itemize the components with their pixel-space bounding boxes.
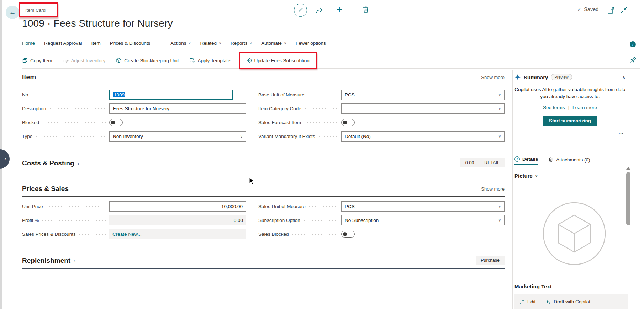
item-category-select[interactable]: ∨ xyxy=(341,103,505,114)
adjust-inventory-icon xyxy=(63,58,69,63)
create-stockkeeping-unit-button[interactable]: Create Stockkeeping Unit xyxy=(116,58,179,63)
new-button[interactable]: + xyxy=(337,4,342,15)
nav-rule xyxy=(22,51,640,51)
summary-more-options-button[interactable]: … xyxy=(514,129,625,135)
menu-automate[interactable]: Automate∨ xyxy=(261,41,286,48)
chevron-right-icon: › xyxy=(78,160,79,166)
marketing-text-title: Marketing Text xyxy=(514,283,552,289)
chevron-down-icon: ∨ xyxy=(535,174,538,178)
dotted-leader xyxy=(36,136,106,137)
section-rule xyxy=(22,85,505,85)
saved-label: Saved xyxy=(584,6,598,12)
type-select[interactable]: Non-Inventory∨ xyxy=(109,131,246,142)
update-fees-subscription-button[interactable]: Update Fees Subscribtion xyxy=(246,58,310,63)
menu-related[interactable]: Related∨ xyxy=(200,41,221,48)
annotation-highlight-item-card: Item Card xyxy=(19,2,58,17)
picture-section-header[interactable]: Picture ∨ xyxy=(514,173,538,179)
stockkeeping-unit-icon xyxy=(116,58,122,63)
base-unit-select[interactable]: PCS∨ xyxy=(341,90,505,100)
chevron-down-icon: ∨ xyxy=(498,107,501,111)
dotted-leader xyxy=(42,220,106,221)
dotted-leader xyxy=(79,234,106,235)
chevron-down-icon: ∨ xyxy=(498,204,501,208)
scrollbar-up-arrow[interactable] xyxy=(626,167,630,170)
details-info-icon: i xyxy=(514,156,520,162)
field-sales-unit: Sales Unit of Measure PCS∨ xyxy=(258,201,505,212)
dotted-leader xyxy=(305,108,338,109)
nav-divider xyxy=(160,41,160,47)
dotted-leader xyxy=(50,108,106,109)
chevron-down-icon: ∨ xyxy=(219,41,221,45)
field-subscription-option: Subscription Option No Subscription∨ xyxy=(258,215,505,225)
edit-button[interactable] xyxy=(294,4,307,17)
sales-blocked-toggle[interactable] xyxy=(341,231,355,238)
blocked-toggle[interactable] xyxy=(109,119,123,126)
back-button[interactable]: ← xyxy=(6,6,19,19)
collapse-summary-button[interactable]: ∧ xyxy=(622,75,625,80)
info-icon[interactable]: i xyxy=(630,41,636,47)
pin-button[interactable] xyxy=(630,56,637,63)
start-summarizing-button[interactable]: Start summarizing xyxy=(543,116,597,126)
factbox-divider xyxy=(512,70,513,309)
pencil-icon xyxy=(519,299,525,304)
create-new-link[interactable]: Create New... xyxy=(112,231,142,237)
fewer-options-button[interactable]: Fewer options xyxy=(296,41,326,48)
show-more-prices[interactable]: Show more xyxy=(481,186,505,192)
tab-item[interactable]: Item xyxy=(91,41,101,48)
unit-price-input[interactable]: 10,000.00 xyxy=(109,201,246,212)
page-label: Item Card xyxy=(25,7,46,13)
field-blocked: Blocked xyxy=(22,117,246,128)
page-title: 1009 · Fees Structure for Nursery xyxy=(22,18,173,29)
apply-template-button[interactable]: Apply Template xyxy=(189,58,230,63)
tab-home[interactable]: Home xyxy=(22,41,35,48)
draft-with-copilot-button[interactable]: Draft with Copilot xyxy=(545,299,590,305)
dotted-leader xyxy=(309,206,338,207)
item-picture-placeholder[interactable] xyxy=(542,202,606,267)
section-rule xyxy=(22,196,505,197)
description-input[interactable]: Fees Structure for Nursery xyxy=(109,103,246,114)
trash-icon xyxy=(361,5,370,14)
cost-badge: 0.00 xyxy=(460,158,479,167)
collapse-arrows-icon xyxy=(620,6,628,14)
dotted-leader xyxy=(33,95,106,95)
chevron-down-icon: ∨ xyxy=(498,218,501,222)
share-icon xyxy=(315,6,324,15)
marketing-text-toolbar: Edit Draft with Copilot xyxy=(514,294,628,309)
marketing-edit-button[interactable]: Edit xyxy=(519,299,535,304)
tab-details[interactable]: i Details xyxy=(514,156,538,165)
tab-prices-discounts[interactable]: Prices & Discounts xyxy=(110,41,150,48)
sales-unit-select[interactable]: PCS∨ xyxy=(341,201,505,212)
scrollbar-thumb[interactable] xyxy=(626,172,630,225)
variant-mandatory-select[interactable]: Default (No)∨ xyxy=(341,131,505,142)
see-terms-link[interactable]: See terms xyxy=(543,105,565,110)
collapse-window-button[interactable] xyxy=(620,6,628,14)
menu-reports[interactable]: Reports∨ xyxy=(231,41,252,48)
posting-group-badge: RETAIL xyxy=(479,158,505,167)
dotted-leader xyxy=(43,122,106,123)
menu-actions[interactable]: Actions∨ xyxy=(170,41,191,48)
sales-forecast-toggle[interactable] xyxy=(341,119,355,126)
field-unit-price: Unit Price 10,000.00 xyxy=(22,201,246,212)
learn-more-link[interactable]: Learn more xyxy=(572,105,597,110)
summary-title: Summary xyxy=(524,74,548,80)
field-no: No. 1009 ... xyxy=(22,90,246,100)
copy-item-button[interactable]: Copy Item xyxy=(22,58,52,63)
section-title-costs[interactable]: Costs & Posting › xyxy=(22,159,79,167)
no-browse-button[interactable]: ... xyxy=(235,90,246,100)
tab-attachments[interactable]: Attachments (0) xyxy=(548,156,590,165)
open-in-new-window-button[interactable] xyxy=(607,6,615,14)
section-rule xyxy=(22,171,505,171)
section-title-replenishment[interactable]: Replenishment › xyxy=(22,257,75,265)
no-input[interactable]: 1009 xyxy=(109,90,233,100)
share-button[interactable] xyxy=(315,6,324,15)
section-item: Item Show more No. 1009 ... Description … xyxy=(22,73,505,145)
collapse-role-center-handle[interactable]: ‹ xyxy=(0,149,10,169)
subscription-option-select[interactable]: No Subscription∨ xyxy=(341,215,505,225)
pencil-icon xyxy=(297,7,304,14)
field-sales-prices-discounts: Sales Prices & Discounts Create New... xyxy=(22,229,246,239)
section-title-prices: Prices & Sales xyxy=(22,185,69,193)
replenishment-badges: Purchase xyxy=(476,256,505,265)
show-more-item[interactable]: Show more xyxy=(481,75,505,80)
tab-request-approval[interactable]: Request Approval xyxy=(44,41,82,48)
delete-button[interactable] xyxy=(361,5,370,14)
